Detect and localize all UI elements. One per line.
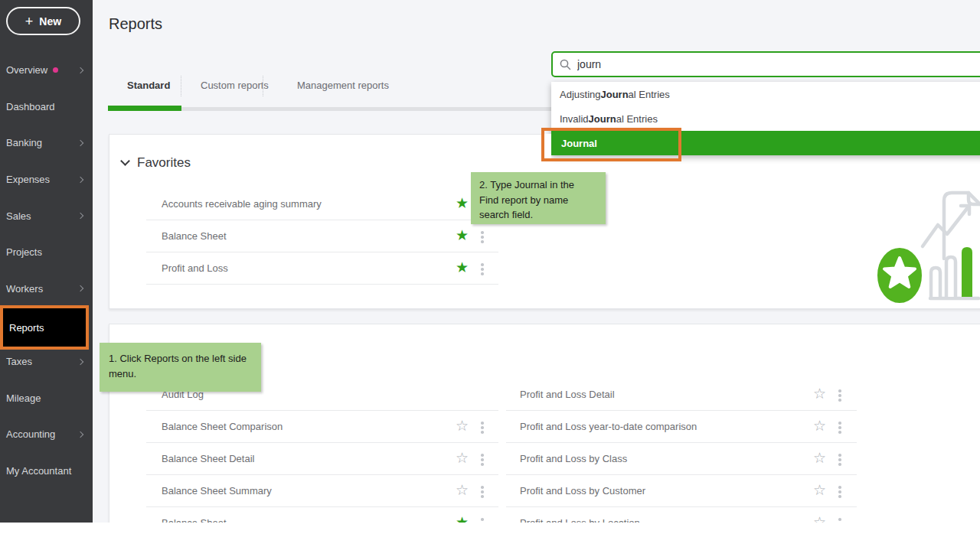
highlight-box-inner-gap bbox=[544, 134, 551, 158]
screenshot-bottom-margin bbox=[0, 523, 980, 534]
sidebar-item-label: Accounting bbox=[6, 428, 55, 440]
find-report-search bbox=[551, 51, 980, 77]
sidebar-item-expenses[interactable]: Expenses bbox=[0, 161, 93, 198]
report-row[interactable]: Profit and Loss by Customer ☆ bbox=[506, 475, 857, 507]
chevron-right-icon bbox=[77, 213, 83, 219]
report-row[interactable]: Profit and Loss Detail ☆ bbox=[506, 379, 857, 411]
chevron-right-icon bbox=[77, 176, 83, 182]
star-icon[interactable]: ☆ bbox=[456, 418, 469, 433]
sidebar-item-dashboard[interactable]: Dashboard bbox=[0, 89, 93, 125]
sidebar-item-label: Dashboard bbox=[6, 101, 55, 112]
suggestion-text: Adjusting bbox=[560, 89, 600, 100]
tab-standard[interactable]: Standard bbox=[127, 80, 170, 91]
star-icon[interactable]: ☆ bbox=[456, 483, 469, 497]
sidebar: + New Overview Dashboard Banking Expense… bbox=[0, 0, 93, 534]
sidebar-item-accounting[interactable]: Accounting bbox=[0, 416, 93, 453]
chevron-right-icon bbox=[77, 431, 83, 437]
kebab-icon[interactable] bbox=[837, 388, 843, 403]
sidebar-item-reports[interactable]: Reports bbox=[0, 305, 89, 350]
notification-dot-icon bbox=[53, 67, 58, 73]
search-input[interactable] bbox=[577, 58, 980, 70]
favorite-row[interactable]: Profit and Loss ★ bbox=[146, 252, 498, 285]
suggestion-text: al Entries bbox=[616, 113, 658, 125]
star-icon[interactable]: ☆ bbox=[813, 483, 826, 497]
sidebar-item-label: Expenses bbox=[6, 174, 50, 185]
sidebar-item-label: Overview bbox=[6, 64, 47, 76]
annotation-step-2: 2. Type Journal in the Find report by na… bbox=[471, 172, 606, 224]
kebab-icon[interactable] bbox=[479, 452, 485, 467]
annotation-step-1: 1. Click Reports on the left side menu. bbox=[100, 343, 261, 392]
chevron-right-icon bbox=[77, 67, 83, 73]
favorite-row[interactable]: Balance Sheet ★ bbox=[146, 220, 498, 252]
sidebar-item-label: Reports bbox=[9, 322, 44, 334]
suggestion-text: Invalid bbox=[560, 113, 589, 125]
tab-management-reports[interactable]: Management reports bbox=[297, 80, 389, 91]
report-name: Profit and Loss by Customer bbox=[520, 485, 645, 497]
chevron-right-icon bbox=[77, 358, 83, 364]
kebab-icon[interactable] bbox=[479, 262, 485, 277]
star-icon[interactable]: ☆ bbox=[813, 386, 826, 401]
star-icon[interactable]: ★ bbox=[456, 228, 469, 243]
report-row[interactable]: Balance Sheet Comparison ☆ bbox=[146, 411, 498, 443]
star-icon[interactable]: ★ bbox=[456, 260, 469, 275]
sidebar-item-label: Sales bbox=[6, 210, 31, 222]
sidebar-item-banking[interactable]: Banking bbox=[0, 125, 93, 161]
favorite-row[interactable]: Accounts receivable aging summary ★ bbox=[146, 188, 498, 220]
reports-illustration bbox=[867, 184, 980, 306]
report-name: Balance Sheet Summary bbox=[162, 485, 272, 497]
suggestion-adjusting-journal-entries[interactable]: Adjusting Journal Entries bbox=[551, 82, 980, 106]
star-icon[interactable]: ★ bbox=[456, 196, 469, 210]
tab-divider bbox=[181, 76, 181, 96]
chevron-right-icon bbox=[77, 140, 83, 146]
sidebar-item-label: Mileage bbox=[6, 392, 41, 404]
plus-icon: + bbox=[25, 15, 34, 28]
chevron-right-icon bbox=[77, 285, 83, 291]
sidebar-menu: Overview Dashboard Banking Expenses Sale… bbox=[0, 52, 93, 489]
new-button-label: New bbox=[39, 15, 61, 28]
sidebar-item-label: Projects bbox=[6, 246, 42, 258]
suggestion-match: Journ bbox=[589, 113, 616, 125]
report-row[interactable]: Profit and Loss year-to-date comparison … bbox=[506, 411, 857, 443]
kebab-icon[interactable] bbox=[837, 452, 843, 467]
suggestion-match: Journ bbox=[600, 89, 628, 100]
page-title: Reports bbox=[109, 15, 162, 33]
sidebar-item-label: Workers bbox=[6, 283, 43, 295]
report-name: Balance Sheet Detail bbox=[162, 453, 254, 464]
sidebar-item-label: Banking bbox=[6, 137, 42, 148]
sidebar-item-mileage[interactable]: Mileage bbox=[0, 379, 93, 416]
star-icon[interactable]: ☆ bbox=[813, 451, 826, 465]
kebab-icon[interactable] bbox=[837, 484, 843, 500]
active-tab-indicator bbox=[108, 106, 181, 111]
kebab-icon[interactable] bbox=[837, 420, 843, 435]
sidebar-item-projects[interactable]: Projects bbox=[0, 234, 93, 271]
report-row[interactable]: Profit and Loss by Class ☆ bbox=[506, 443, 857, 475]
sidebar-item-label: Taxes bbox=[6, 356, 32, 367]
report-name: Balance Sheet bbox=[162, 230, 227, 242]
quickbooks-reports-page: + New Overview Dashboard Banking Expense… bbox=[0, 0, 980, 534]
star-icon[interactable]: ☆ bbox=[456, 451, 469, 465]
kebab-icon[interactable] bbox=[479, 420, 485, 435]
new-button[interactable]: + New bbox=[6, 7, 80, 35]
sidebar-item-workers[interactable]: Workers bbox=[0, 271, 93, 308]
kebab-icon[interactable] bbox=[479, 230, 485, 245]
report-name: Profit and Loss bbox=[162, 262, 228, 274]
suggestion-text: al Entries bbox=[629, 89, 670, 100]
sidebar-item-sales[interactable]: Sales bbox=[0, 197, 93, 234]
favorites-title: Favorites bbox=[137, 155, 191, 171]
star-icon[interactable]: ☆ bbox=[813, 418, 826, 433]
search-icon bbox=[560, 59, 571, 70]
sidebar-item-label: My Accountant bbox=[6, 465, 71, 477]
report-name: Balance Sheet Comparison bbox=[162, 421, 283, 432]
highlight-box-journal bbox=[541, 128, 681, 161]
sidebar-item-overview[interactable]: Overview bbox=[0, 52, 93, 89]
report-name: Profit and Loss Detail bbox=[520, 389, 615, 400]
report-row[interactable]: Balance Sheet Detail ☆ bbox=[146, 443, 498, 475]
report-name: Accounts receivable aging summary bbox=[162, 198, 322, 210]
report-name: Profit and Loss year-to-date comparison bbox=[520, 421, 697, 432]
favorites-section-toggle[interactable]: Favorites bbox=[122, 155, 191, 171]
report-row[interactable]: Balance Sheet Summary ☆ bbox=[146, 475, 498, 507]
kebab-icon[interactable] bbox=[479, 484, 485, 500]
report-name: Profit and Loss by Class bbox=[520, 453, 627, 464]
tab-custom-reports[interactable]: Custom reports bbox=[201, 80, 269, 91]
sidebar-item-my-accountant[interactable]: My Accountant bbox=[0, 453, 93, 490]
